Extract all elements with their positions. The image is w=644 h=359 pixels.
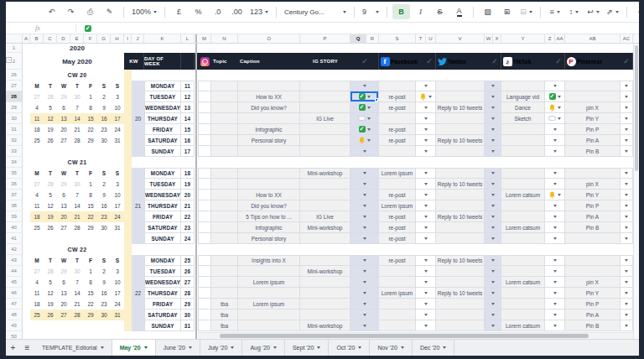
- calendar-week-title[interactable]: CW 22: [30, 244, 124, 255]
- day-name-cell[interactable]: TUESDAY: [144, 91, 181, 102]
- day-number-cell[interactable]: 11: [181, 81, 195, 91]
- caption-cell[interactable]: Personal story: [238, 233, 300, 244]
- ig-status-cell[interactable]: [351, 288, 379, 299]
- dropdown-arrow-icon[interactable]: [491, 325, 495, 327]
- dropdown-arrow-icon[interactable]: [558, 96, 561, 98]
- tiktok-cell[interactable]: Dance: [501, 102, 545, 113]
- dropdown-arrow-icon[interactable]: [625, 183, 628, 185]
- ig-spacer-cell[interactable]: [198, 288, 211, 299]
- pinterest-status-cell[interactable]: [621, 179, 633, 190]
- day-name-cell[interactable]: WEDNESDAY: [144, 102, 181, 113]
- tiktok-cell[interactable]: [501, 211, 545, 222]
- ig-spacer-cell[interactable]: [198, 200, 211, 211]
- tiktok-cell[interactable]: [501, 179, 545, 190]
- tiktok-status-cell[interactable]: [545, 200, 565, 211]
- column-header-L[interactable]: L: [181, 34, 195, 43]
- ig-spacer-cell[interactable]: [198, 266, 211, 277]
- twitter-cell[interactable]: [436, 266, 485, 277]
- fill-color-button[interactable]: ▨: [479, 4, 496, 19]
- pinterest-cell[interactable]: Pin A: [565, 211, 621, 222]
- col-a-cell[interactable]: [23, 211, 30, 222]
- calendar-date-cell[interactable]: 19: [44, 211, 57, 222]
- twitter-status-cell[interactable]: [485, 222, 501, 233]
- pinterest-cell[interactable]: [565, 233, 621, 244]
- ig-status-cell[interactable]: ✓: [351, 102, 379, 113]
- tiktok-status-cell[interactable]: [545, 320, 565, 331]
- dropdown-arrow-icon[interactable]: [625, 259, 628, 262]
- story-cell[interactable]: Mini-workshop: [300, 266, 351, 277]
- twitter-status-cell[interactable]: [485, 168, 501, 179]
- dropdown-arrow-icon[interactable]: [363, 314, 366, 316]
- row-header-47[interactable]: 47: [6, 299, 23, 310]
- topic-cell[interactable]: tba: [211, 310, 238, 320]
- kw-cell[interactable]: [132, 190, 144, 200]
- blank-cell[interactable]: [181, 244, 195, 255]
- pinterest-cell[interactable]: Pin P: [565, 299, 621, 310]
- facebook-cell[interactable]: [379, 266, 416, 277]
- tiktok-status-cell[interactable]: [545, 233, 565, 244]
- calendar-date-cell[interactable]: 18: [30, 299, 44, 310]
- col-a-cell[interactable]: [23, 102, 30, 113]
- calendar-date-cell[interactable]: 9: [97, 277, 111, 288]
- topic-cell[interactable]: [211, 146, 238, 157]
- calendar-date-cell[interactable]: 11: [30, 288, 44, 299]
- facebook-status-cell[interactable]: [416, 146, 436, 157]
- dropdown-arrow-icon[interactable]: [625, 128, 628, 131]
- dropdown-arrow-icon[interactable]: [424, 292, 428, 294]
- calendar-date-cell[interactable]: 17: [111, 113, 124, 124]
- calendar-date-cell[interactable]: 3: [111, 179, 124, 190]
- caption-cell[interactable]: [238, 113, 300, 124]
- tiktok-cell[interactable]: [501, 255, 545, 266]
- twitter-cell[interactable]: [436, 113, 485, 124]
- topic-cell[interactable]: [211, 113, 238, 124]
- col-i-cell[interactable]: [124, 211, 132, 222]
- dropdown-arrow-icon[interactable]: [424, 194, 428, 196]
- kw-cell[interactable]: [132, 299, 144, 310]
- story-cell[interactable]: [300, 190, 351, 200]
- row-header-42[interactable]: 42: [6, 244, 23, 255]
- pinterest-status-cell[interactable]: [621, 190, 633, 200]
- column-header-P[interactable]: P: [300, 34, 351, 43]
- kw-cell[interactable]: [132, 124, 144, 135]
- vertical-scrollbar-thumb[interactable]: [635, 45, 638, 171]
- col-i-cell[interactable]: [124, 255, 132, 266]
- pinterest-status-cell[interactable]: [621, 168, 633, 179]
- tiktok-cell[interactable]: [501, 200, 545, 211]
- calendar-date-cell[interactable]: 18: [30, 124, 44, 135]
- topic-cell[interactable]: tba: [211, 320, 238, 331]
- facebook-status-cell[interactable]: [416, 222, 436, 233]
- row-header-30[interactable]: 30: [6, 113, 23, 124]
- calendar-date-cell[interactable]: 11: [30, 200, 44, 211]
- blank-cell[interactable]: [198, 244, 633, 255]
- caption-cell[interactable]: Lorem ipsum: [238, 277, 300, 288]
- dropdown-arrow-icon[interactable]: [553, 325, 557, 327]
- increase-decimals-button[interactable]: .00: [228, 4, 246, 19]
- day-number-cell[interactable]: 29: [181, 299, 195, 310]
- dropdown-arrow-icon[interactable]: [553, 172, 557, 174]
- calendar-date-cell[interactable]: 5: [44, 277, 57, 288]
- row-header-27[interactable]: 27: [6, 81, 23, 91]
- dropdown-arrow-icon[interactable]: [625, 139, 628, 142]
- column-header-AC[interactable]: AC: [621, 34, 633, 43]
- caption-cell[interactable]: Did you know?: [238, 102, 300, 113]
- calendar-date-cell[interactable]: 8: [84, 190, 97, 200]
- tiktok-status-cell[interactable]: [545, 113, 565, 124]
- tiktok-status-cell[interactable]: [545, 146, 565, 157]
- caption-cell[interactable]: [238, 168, 300, 179]
- pinterest-status-cell[interactable]: [621, 233, 633, 244]
- ig-spacer-cell[interactable]: [198, 310, 211, 320]
- dropdown-arrow-icon[interactable]: [625, 314, 628, 316]
- dropdown-arrow-icon[interactable]: [424, 85, 428, 87]
- bold-button[interactable]: B: [392, 4, 410, 19]
- facebook-status-cell[interactable]: [416, 168, 436, 179]
- day-name-cell[interactable]: TUESDAY: [144, 179, 181, 190]
- dropdown-arrow-icon[interactable]: [424, 259, 428, 262]
- dropdown-arrow-icon[interactable]: [491, 292, 495, 294]
- sheet-tab-dropdown-icon[interactable]: [443, 346, 446, 349]
- tiktok-status-cell[interactable]: [545, 299, 565, 310]
- dropdown-arrow-icon[interactable]: [424, 107, 428, 109]
- dropdown-arrow-icon[interactable]: [363, 183, 366, 185]
- story-cell[interactable]: IG Live: [300, 113, 351, 124]
- dropdown-arrow-icon[interactable]: [363, 226, 366, 229]
- twitter-cell[interactable]: [436, 168, 485, 179]
